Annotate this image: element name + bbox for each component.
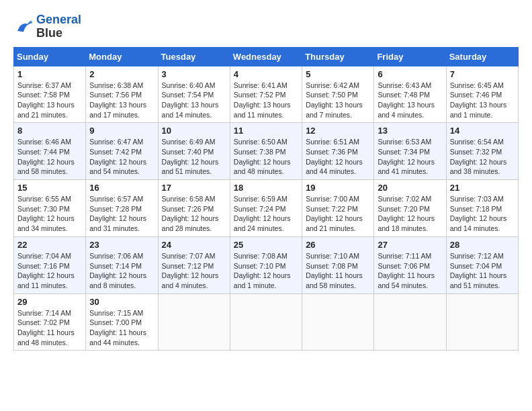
day-number: 23	[89, 240, 154, 250]
day-number: 24	[162, 240, 226, 250]
day-info: Sunrise: 7:06 AM Sunset: 7:14 PM Dayligh…	[89, 251, 154, 291]
calendar-cell: 25 Sunrise: 7:08 AM Sunset: 7:10 PM Dayl…	[230, 236, 302, 293]
day-number: 4	[234, 69, 298, 79]
day-info: Sunrise: 7:15 AM Sunset: 7:00 PM Dayligh…	[89, 308, 154, 348]
weekday-header: Monday	[86, 47, 158, 66]
calendar-cell: 29 Sunrise: 7:14 AM Sunset: 7:02 PM Dayl…	[14, 293, 86, 351]
day-number: 14	[450, 126, 515, 136]
day-info: Sunrise: 6:42 AM Sunset: 7:50 PM Dayligh…	[306, 81, 370, 120]
day-number: 12	[306, 126, 370, 136]
calendar-cell: 14 Sunrise: 6:54 AM Sunset: 7:32 PM Dayl…	[446, 123, 518, 180]
logo-text: General Blue	[36, 13, 81, 40]
calendar-cell: 27 Sunrise: 7:11 AM Sunset: 7:06 PM Dayl…	[374, 236, 446, 293]
calendar-cell: 26 Sunrise: 7:10 AM Sunset: 7:08 PM Dayl…	[302, 236, 374, 293]
day-info: Sunrise: 7:10 AM Sunset: 7:08 PM Dayligh…	[306, 251, 370, 291]
calendar-cell: 15 Sunrise: 6:55 AM Sunset: 7:30 PM Dayl…	[14, 180, 86, 237]
day-info: Sunrise: 7:08 AM Sunset: 7:10 PM Dayligh…	[234, 251, 298, 291]
day-info: Sunrise: 7:03 AM Sunset: 7:18 PM Dayligh…	[450, 194, 515, 234]
calendar-cell: 8 Sunrise: 6:46 AM Sunset: 7:44 PM Dayli…	[14, 123, 86, 180]
day-info: Sunrise: 7:11 AM Sunset: 7:06 PM Dayligh…	[378, 251, 442, 291]
day-number: 11	[234, 126, 298, 136]
day-number: 7	[450, 69, 515, 79]
calendar-table: SundayMondayTuesdayWednesdayThursdayFrid…	[13, 47, 519, 351]
calendar-cell: 21 Sunrise: 7:03 AM Sunset: 7:18 PM Dayl…	[446, 180, 518, 237]
day-number: 29	[17, 297, 82, 307]
day-info: Sunrise: 6:57 AM Sunset: 7:28 PM Dayligh…	[89, 194, 154, 234]
calendar-cell: 4 Sunrise: 6:41 AM Sunset: 7:52 PM Dayli…	[230, 66, 302, 123]
day-number: 1	[17, 69, 82, 79]
logo: General Blue	[13, 13, 81, 40]
day-info: Sunrise: 6:43 AM Sunset: 7:48 PM Dayligh…	[378, 81, 442, 120]
calendar-cell	[158, 293, 230, 351]
weekday-header: Saturday	[446, 47, 518, 66]
weekday-header: Friday	[374, 47, 446, 66]
day-info: Sunrise: 6:54 AM Sunset: 7:32 PM Dayligh…	[450, 137, 515, 177]
day-number: 26	[306, 240, 370, 250]
day-info: Sunrise: 6:46 AM Sunset: 7:44 PM Dayligh…	[17, 137, 82, 177]
day-number: 17	[162, 183, 226, 193]
day-info: Sunrise: 6:50 AM Sunset: 7:38 PM Dayligh…	[234, 137, 298, 177]
day-number: 10	[162, 126, 226, 136]
calendar-cell: 5 Sunrise: 6:42 AM Sunset: 7:50 PM Dayli…	[302, 66, 374, 123]
day-info: Sunrise: 6:51 AM Sunset: 7:36 PM Dayligh…	[306, 137, 370, 177]
calendar-cell: 19 Sunrise: 7:00 AM Sunset: 7:22 PM Dayl…	[302, 180, 374, 237]
calendar-cell: 7 Sunrise: 6:45 AM Sunset: 7:46 PM Dayli…	[446, 66, 518, 123]
day-number: 15	[17, 183, 82, 193]
day-number: 20	[378, 183, 442, 193]
day-number: 19	[306, 183, 370, 193]
weekday-header: Thursday	[302, 47, 374, 66]
calendar-week-row: 8 Sunrise: 6:46 AM Sunset: 7:44 PM Dayli…	[14, 123, 519, 180]
day-info: Sunrise: 6:49 AM Sunset: 7:40 PM Dayligh…	[162, 137, 226, 177]
page-header: General Blue	[13, 13, 519, 40]
day-info: Sunrise: 6:55 AM Sunset: 7:30 PM Dayligh…	[17, 194, 82, 234]
day-info: Sunrise: 6:38 AM Sunset: 7:56 PM Dayligh…	[89, 81, 154, 120]
day-info: Sunrise: 7:02 AM Sunset: 7:20 PM Dayligh…	[378, 194, 442, 234]
day-info: Sunrise: 7:04 AM Sunset: 7:16 PM Dayligh…	[17, 251, 82, 291]
calendar-cell: 11 Sunrise: 6:50 AM Sunset: 7:38 PM Dayl…	[230, 123, 302, 180]
day-number: 28	[450, 240, 515, 250]
calendar-cell: 18 Sunrise: 6:59 AM Sunset: 7:24 PM Dayl…	[230, 180, 302, 237]
calendar-cell: 2 Sunrise: 6:38 AM Sunset: 7:56 PM Dayli…	[86, 66, 158, 123]
day-info: Sunrise: 6:53 AM Sunset: 7:34 PM Dayligh…	[378, 137, 442, 177]
day-number: 2	[89, 69, 154, 79]
calendar-header-row: SundayMondayTuesdayWednesdayThursdayFrid…	[14, 47, 519, 66]
calendar-cell: 23 Sunrise: 7:06 AM Sunset: 7:14 PM Dayl…	[86, 236, 158, 293]
day-number: 25	[234, 240, 298, 250]
weekday-header: Sunday	[14, 47, 86, 66]
day-number: 6	[378, 69, 442, 79]
calendar-cell: 10 Sunrise: 6:49 AM Sunset: 7:40 PM Dayl…	[158, 123, 230, 180]
calendar-week-row: 15 Sunrise: 6:55 AM Sunset: 7:30 PM Dayl…	[14, 180, 519, 237]
calendar-cell: 12 Sunrise: 6:51 AM Sunset: 7:36 PM Dayl…	[302, 123, 374, 180]
weekday-header: Wednesday	[230, 47, 302, 66]
day-info: Sunrise: 6:47 AM Sunset: 7:42 PM Dayligh…	[89, 137, 154, 177]
calendar-cell: 1 Sunrise: 6:37 AM Sunset: 7:58 PM Dayli…	[14, 66, 86, 123]
day-number: 27	[378, 240, 442, 250]
day-info: Sunrise: 7:00 AM Sunset: 7:22 PM Dayligh…	[306, 194, 370, 234]
calendar-week-row: 1 Sunrise: 6:37 AM Sunset: 7:58 PM Dayli…	[14, 66, 519, 123]
calendar-cell: 13 Sunrise: 6:53 AM Sunset: 7:34 PM Dayl…	[374, 123, 446, 180]
calendar-cell: 3 Sunrise: 6:40 AM Sunset: 7:54 PM Dayli…	[158, 66, 230, 123]
calendar-cell	[446, 293, 518, 351]
day-number: 9	[89, 126, 154, 136]
day-info: Sunrise: 7:12 AM Sunset: 7:04 PM Dayligh…	[450, 251, 515, 291]
calendar-week-row: 22 Sunrise: 7:04 AM Sunset: 7:16 PM Dayl…	[14, 236, 519, 293]
day-info: Sunrise: 7:14 AM Sunset: 7:02 PM Dayligh…	[17, 308, 82, 348]
day-number: 18	[234, 183, 298, 193]
calendar-cell: 17 Sunrise: 6:58 AM Sunset: 7:26 PM Dayl…	[158, 180, 230, 237]
day-info: Sunrise: 6:41 AM Sunset: 7:52 PM Dayligh…	[234, 81, 298, 120]
day-number: 8	[17, 126, 82, 136]
day-number: 22	[17, 240, 82, 250]
calendar-cell: 28 Sunrise: 7:12 AM Sunset: 7:04 PM Dayl…	[446, 236, 518, 293]
day-number: 21	[450, 183, 515, 193]
day-info: Sunrise: 6:58 AM Sunset: 7:26 PM Dayligh…	[162, 194, 226, 234]
weekday-header: Tuesday	[158, 47, 230, 66]
day-info: Sunrise: 6:59 AM Sunset: 7:24 PM Dayligh…	[234, 194, 298, 234]
calendar-cell: 6 Sunrise: 6:43 AM Sunset: 7:48 PM Dayli…	[374, 66, 446, 123]
day-number: 3	[162, 69, 226, 79]
calendar-cell: 16 Sunrise: 6:57 AM Sunset: 7:28 PM Dayl…	[86, 180, 158, 237]
calendar-week-row: 29 Sunrise: 7:14 AM Sunset: 7:02 PM Dayl…	[14, 293, 519, 351]
day-number: 30	[89, 297, 154, 307]
calendar-cell	[374, 293, 446, 351]
calendar-cell: 24 Sunrise: 7:07 AM Sunset: 7:12 PM Dayl…	[158, 236, 230, 293]
day-info: Sunrise: 7:07 AM Sunset: 7:12 PM Dayligh…	[162, 251, 226, 291]
